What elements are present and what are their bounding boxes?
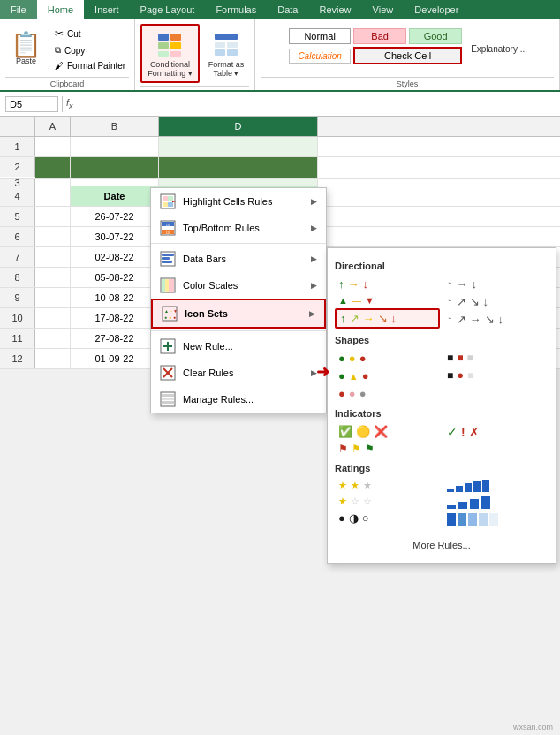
icon-row-3arrows[interactable]: ↑ → ↓	[335, 276, 440, 292]
arrow4-up-icon: ↑	[447, 295, 453, 308]
cell-a5[interactable]	[35, 207, 71, 226]
cell-reference-input[interactable]	[5, 96, 58, 112]
row-header-11[interactable]: 11	[0, 329, 35, 348]
cell-b6[interactable]: 30-07-22	[71, 227, 159, 246]
conditional-formatting-icon	[154, 29, 185, 61]
shapes-row-shapes[interactable]: ● ▲ ●	[335, 368, 440, 384]
cell-a11[interactable]	[35, 329, 71, 348]
row-header-4[interactable]: 4	[0, 186, 35, 206]
row-header-3[interactable]: 3	[0, 179, 35, 186]
formula-input[interactable]	[77, 99, 555, 110]
cell-b5[interactable]: 26-07-22	[71, 207, 159, 226]
row-header-2[interactable]: 2	[0, 157, 35, 177]
style-bad[interactable]: Bad	[353, 28, 406, 44]
cell-a9[interactable]	[35, 288, 71, 307]
style-explanatory[interactable]: Explanatory ...	[471, 44, 527, 54]
tab-view[interactable]: View	[362, 0, 405, 19]
ratings-row-bars-squares[interactable]	[443, 511, 549, 527]
row-header-6[interactable]: 6	[0, 227, 35, 246]
star5-icon: ☆	[351, 496, 359, 507]
cell-b8[interactable]: 05-08-22	[71, 268, 159, 287]
col-header-d[interactable]: D	[159, 117, 318, 136]
icon-sets-submenu: Directional ↑ → ↓ ▲ — ▼ ↑	[327, 247, 556, 564]
row-header-1[interactable]: 1	[0, 137, 35, 156]
style-check-cell[interactable]: Check Cell	[353, 47, 462, 64]
cf-clear-rules[interactable]: Clear Rules ▶	[151, 360, 326, 386]
tab-data[interactable]: Data	[267, 0, 308, 19]
cell-a1[interactable]	[35, 137, 71, 156]
ratings-row-bars4[interactable]	[443, 495, 549, 511]
paste-button[interactable]: 📋 Paste	[5, 29, 49, 70]
cut-label: Cut	[67, 29, 81, 39]
tab-developer[interactable]: Developer	[404, 0, 469, 19]
tab-page-layout[interactable]: Page Layout	[130, 0, 206, 19]
cell-a3[interactable]	[35, 179, 71, 186]
cell-d1[interactable]	[159, 137, 318, 156]
indicators-row-symbols[interactable]: ✓ ! ✗	[443, 423, 549, 441]
row-header-5[interactable]: 5	[0, 207, 35, 226]
cell-b9[interactable]: 10-08-22	[71, 288, 159, 307]
cell-a12[interactable]	[35, 349, 71, 368]
shapes-row-red-circles[interactable]: ● ● ●	[335, 385, 440, 402]
icon-row-3arrows-outline[interactable]: ↑ → ↓	[443, 276, 549, 292]
format-as-table-button[interactable]: Format asTable ▾	[203, 26, 250, 82]
style-normal[interactable]: Normal	[289, 28, 351, 44]
tab-home[interactable]: Home	[37, 0, 84, 19]
cf-top-bottom-rules[interactable]: 10 10 Top/Bottom Rules ▶	[151, 215, 326, 241]
row-header-12[interactable]: 12	[0, 349, 35, 368]
ratings-row-stars5[interactable]: ★ ★ ★	[335, 478, 440, 493]
ratings-row-stars3[interactable]: ★ ☆ ☆	[335, 494, 440, 509]
shapes-row-mixed[interactable]: ■ ● ■	[443, 367, 549, 383]
ratings-row-circles[interactable]: ● ◑ ○	[335, 510, 440, 527]
shapes-row-squares[interactable]: ■ ■ ■	[443, 350, 549, 366]
cell-b4[interactable]: Date	[71, 186, 159, 206]
ratings-row-bars5[interactable]	[443, 478, 549, 494]
row-header-7[interactable]: 7	[0, 247, 35, 267]
cut-button[interactable]: ✂ Cut	[51, 26, 129, 42]
style-good[interactable]: Good	[409, 28, 462, 44]
col-header-a[interactable]: A	[35, 117, 71, 136]
cell-a8[interactable]	[35, 268, 71, 287]
icon-row-4arrows-outline[interactable]: ↑ ↗ ↘ ↓	[443, 293, 549, 310]
cell-d2[interactable]	[159, 157, 318, 178]
cell-d3[interactable]	[159, 179, 318, 186]
row-header-10[interactable]: 10	[0, 308, 35, 328]
cell-a7[interactable]	[35, 247, 71, 267]
cell-a10[interactable]	[35, 308, 71, 328]
check-green-icon: ✓	[447, 425, 458, 439]
indicators-row-flags[interactable]: ⚑ ⚑ ⚑	[335, 441, 440, 457]
cell-b10[interactable]: 17-08-22	[71, 308, 159, 328]
tab-formulas[interactable]: Formulas	[205, 0, 267, 19]
style-calculation[interactable]: Calculation	[289, 49, 351, 64]
tab-insert[interactable]: Insert	[84, 0, 130, 19]
tab-file[interactable]: File	[0, 0, 37, 19]
icon-row-5arrows[interactable]: ↑ ↗ → ↘ ↓	[335, 308, 440, 329]
cf-new-rule[interactable]: New Rule...	[151, 333, 326, 360]
cell-b7[interactable]: 02-08-22	[71, 247, 159, 267]
format-painter-button[interactable]: 🖌 Format Painter	[51, 59, 129, 72]
conditional-formatting-button[interactable]: ConditionalFormatting ▾	[140, 24, 200, 84]
shapes-row-circles[interactable]: ● ● ●	[335, 350, 440, 367]
tab-review[interactable]: Review	[308, 0, 361, 19]
more-rules-button[interactable]: More Rules...	[335, 534, 549, 556]
cf-icon-sets[interactable]: ▲ → ▼ ● ● ● Icon Sets ▶	[151, 299, 326, 329]
cell-b11[interactable]: 27-08-22	[71, 329, 159, 348]
cf-data-bars[interactable]: Data Bars ▶	[151, 246, 326, 272]
cell-b1[interactable]	[71, 137, 159, 156]
icon-row-3triangles[interactable]: ▲ — ▼	[335, 293, 440, 307]
cell-b12[interactable]: 01-09-22	[71, 349, 159, 368]
cell-a6[interactable]	[35, 227, 71, 246]
row-header-9[interactable]: 9	[0, 288, 35, 307]
cf-manage-rules[interactable]: Manage Rules...	[151, 386, 326, 413]
copy-button[interactable]: ⧉ Copy	[51, 43, 129, 57]
row-header-8[interactable]: 8	[0, 268, 35, 287]
cell-a2[interactable]	[35, 157, 71, 178]
cell-b3[interactable]	[71, 179, 159, 186]
cf-highlight-cells-rules[interactable]: Highlight Cells Rules ▶	[151, 188, 326, 215]
indicators-row-circles[interactable]: ✅ 🟡 ❌	[335, 423, 440, 440]
cell-b2[interactable]	[71, 157, 159, 178]
col-header-b[interactable]: B	[71, 117, 159, 136]
icon-row-5arrows-outline[interactable]: ↑ ↗ → ↘ ↓	[443, 311, 549, 328]
cell-a4[interactable]	[35, 186, 71, 206]
cf-color-scales[interactable]: Color Scales ▶	[151, 272, 326, 299]
